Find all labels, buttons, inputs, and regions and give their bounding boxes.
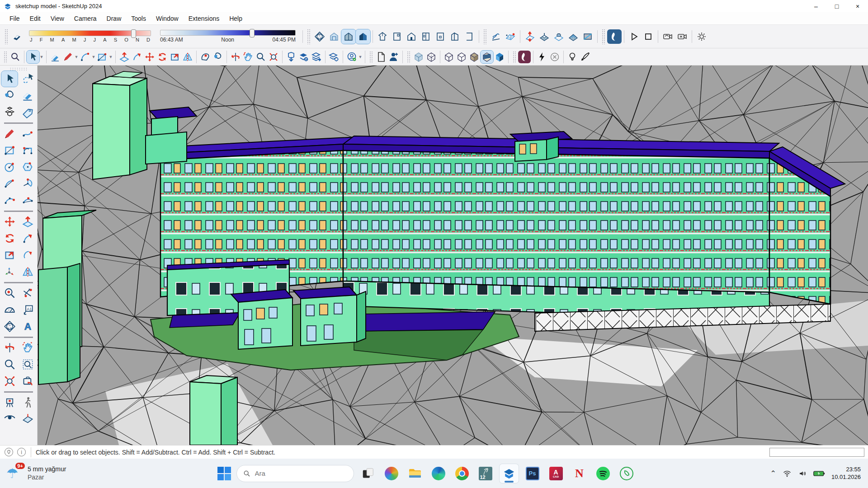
axes-tool[interactable]: [1, 264, 18, 280]
play-button[interactable]: [627, 29, 641, 44]
rectangle-dropdown[interactable]: ▼: [108, 51, 113, 63]
section-plane-tool[interactable]: [19, 411, 36, 427]
toolbar-drag-handle[interactable]: [5, 29, 8, 44]
toolbar-drag-handle[interactable]: [369, 51, 373, 63]
zoom-extents-button[interactable]: [267, 51, 280, 63]
menu-help[interactable]: Help: [224, 13, 247, 24]
followme-tool[interactable]: [19, 230, 36, 246]
wifi-icon[interactable]: [783, 469, 792, 478]
time-slider-thumb[interactable]: [250, 29, 255, 38]
select-tool-button[interactable]: [27, 51, 39, 63]
xray-house-button[interactable]: [327, 29, 341, 44]
close-button[interactable]: ×: [847, 0, 868, 12]
arc-3pt-tool[interactable]: [1, 192, 18, 208]
toolbar-drag-handle[interactable]: [407, 51, 410, 63]
select-dropdown[interactable]: ▼: [39, 51, 44, 63]
brush-button[interactable]: [579, 51, 591, 63]
toolbar-drag-handle[interactable]: [4, 51, 7, 63]
plugin-active-button[interactable]: [607, 29, 622, 44]
arc-bulge-tool[interactable]: [19, 192, 36, 208]
shadow-time-slider[interactable]: 06:43 AM Noon 04:45 PM: [160, 30, 296, 43]
line-tool-button[interactable]: [61, 51, 74, 63]
app-sketchup[interactable]: [500, 464, 519, 483]
menu-view[interactable]: View: [46, 13, 69, 24]
flip-tool[interactable]: [19, 264, 36, 280]
walk-tool[interactable]: [19, 394, 36, 410]
zoom-tool[interactable]: [1, 357, 18, 372]
flip-edge-button[interactable]: [580, 29, 595, 44]
sandbox-from-scratch-button[interactable]: [503, 29, 518, 44]
battery-icon[interactable]: [813, 470, 825, 477]
style-wireframe-button[interactable]: [443, 51, 455, 63]
paint-bucket-tool[interactable]: [1, 88, 18, 103]
stamp-button[interactable]: [537, 29, 552, 44]
rectangle-tool-button[interactable]: [96, 51, 108, 63]
app-file-explorer[interactable]: [406, 464, 425, 483]
iso-view-button[interactable]: [375, 29, 390, 44]
tray-clock[interactable]: 23:55 10.01.2026: [831, 466, 861, 481]
protractor-tool[interactable]: [1, 302, 18, 318]
maximize-button[interactable]: □: [826, 0, 847, 12]
app-copilot[interactable]: [382, 464, 401, 483]
app-autocad[interactable]: ACAD: [547, 464, 566, 483]
close-circle-button[interactable]: [548, 51, 561, 63]
app-photoshop[interactable]: Ps: [523, 464, 542, 483]
zoom-button[interactable]: [255, 51, 267, 63]
drape-button[interactable]: [552, 29, 566, 44]
toolbar-drag-handle[interactable]: [483, 29, 487, 44]
rotate-button[interactable]: [156, 51, 169, 63]
move-tool[interactable]: [1, 214, 18, 230]
search-input[interactable]: [255, 469, 336, 477]
viewport-3d[interactable]: [38, 66, 868, 445]
app-task-view[interactable]: [359, 464, 377, 483]
box-building-bottom[interactable]: [190, 375, 237, 445]
section-view-button[interactable]: [462, 29, 476, 44]
menu-camera[interactable]: Camera: [69, 13, 102, 24]
rotated-rectangle-tool[interactable]: [19, 142, 36, 158]
volume-icon[interactable]: [798, 469, 807, 478]
smoove-button[interactable]: [523, 29, 537, 44]
freehand-tool[interactable]: [19, 126, 36, 141]
shadows-toggle-button[interactable]: [10, 29, 24, 44]
pushpull-tool[interactable]: [19, 214, 36, 230]
tower-building-left[interactable]: [93, 71, 147, 179]
polygon-tool[interactable]: [19, 159, 36, 175]
tag-tool[interactable]: [19, 104, 36, 120]
scale-button[interactable]: [169, 51, 181, 63]
style-shaded-button[interactable]: [468, 51, 481, 63]
add-person-button[interactable]: [387, 51, 400, 63]
arc-2pt-tool[interactable]: [1, 176, 18, 192]
plugin-maroon-button[interactable]: [518, 51, 531, 63]
shaded-house-button[interactable]: [341, 29, 356, 44]
select-tool[interactable]: [1, 71, 18, 87]
component-sync-button[interactable]: [297, 51, 310, 63]
toolbar-drag-handle[interactable]: [307, 29, 311, 44]
start-button[interactable]: [217, 466, 232, 481]
scale-tool[interactable]: [1, 247, 18, 263]
app-netflix[interactable]: N: [570, 464, 589, 483]
account-dropdown[interactable]: ▼: [358, 51, 363, 63]
sandbox-from-contours-button[interactable]: [489, 29, 503, 44]
paint-bucket-button[interactable]: [212, 51, 224, 63]
settings-gear-button[interactable]: [694, 29, 709, 44]
geolocation-icon[interactable]: [5, 448, 13, 456]
toolbar-drag-handle[interactable]: [513, 51, 516, 63]
pan-tool[interactable]: [19, 340, 36, 356]
toolbar-drag-handle[interactable]: [9, 67, 28, 71]
new-document-button[interactable]: [375, 51, 387, 63]
tape-measure-tool[interactable]: [1, 285, 18, 301]
right-view-button[interactable]: [419, 29, 433, 44]
pie-tool[interactable]: [19, 176, 36, 192]
lightbulb-button[interactable]: [566, 51, 579, 63]
line-tool[interactable]: [1, 126, 18, 141]
eraser-button[interactable]: [49, 51, 61, 63]
previous-view-tool[interactable]: [19, 373, 36, 389]
position-camera-tool[interactable]: [1, 394, 18, 410]
back-view-button[interactable]: [433, 29, 448, 44]
app-spotify[interactable]: [594, 464, 613, 483]
offset-button[interactable]: [199, 51, 212, 63]
menu-extensions[interactable]: Extensions: [184, 13, 224, 24]
dimension-tool[interactable]: 3: [19, 285, 36, 301]
camera-off-button[interactable]: [675, 29, 689, 44]
minimize-button[interactable]: –: [806, 0, 826, 12]
